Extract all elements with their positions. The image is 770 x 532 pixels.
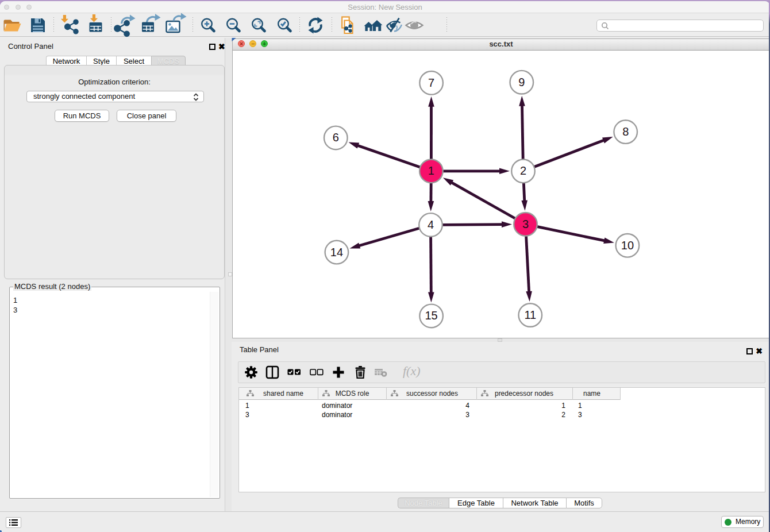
svg-text:2: 2 — [520, 164, 526, 177]
svg-text:8: 8 — [622, 125, 629, 138]
svg-text:9: 9 — [518, 76, 525, 88]
svg-text:3: 3 — [522, 218, 529, 230]
svg-text:7: 7 — [428, 76, 434, 89]
svg-text:6: 6 — [333, 131, 339, 144]
svg-text:4: 4 — [428, 218, 434, 231]
svg-text:1: 1 — [428, 164, 434, 177]
svg-text:11: 11 — [524, 309, 536, 321]
svg-text:14: 14 — [330, 246, 343, 259]
svg-text:10: 10 — [621, 239, 634, 252]
svg-text:15: 15 — [425, 309, 437, 322]
